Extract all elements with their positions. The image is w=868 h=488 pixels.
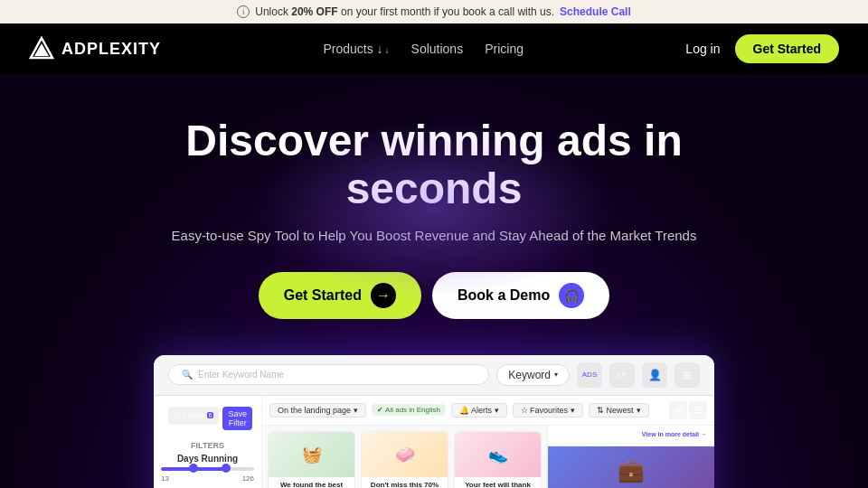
dashboard-preview: 🔍 Enter Keyword Name Keyword ▾ ADS LP 👤 … — [18, 355, 850, 488]
landing-page-select[interactable]: On the landing page ▾ — [269, 403, 366, 418]
nav-products[interactable]: Products ↓ — [323, 42, 389, 56]
info-icon: i — [237, 5, 250, 18]
get-started-nav-button[interactable]: Get Started — [735, 34, 839, 63]
newest-chevron-icon: ▾ — [637, 406, 641, 415]
filters-button[interactable]: ⊟ Filters 6 — [168, 407, 219, 425]
newest-sort-button[interactable]: ⇅ Newest ▾ — [589, 403, 649, 418]
db-search-bar: 🔍 Enter Keyword Name Keyword ▾ ADS LP 👤 … — [154, 355, 714, 396]
navbar: ADPLEXITY Products ↓ Solutions Pricing L… — [0, 23, 868, 74]
db-toolbar: On the landing page ▾ ✔ All ads in Engli… — [262, 396, 714, 426]
ad-cards-grid: 🧺 We found the best way to clean clothes… — [262, 426, 547, 488]
hero-get-started-button[interactable]: Get Started → — [259, 272, 421, 319]
db-search-input[interactable]: 🔍 Enter Keyword Name — [168, 364, 489, 385]
card-title: Don't miss this 70% SALE — [367, 481, 442, 488]
ad-card: 🧺 We found the best way to clean clothes… — [268, 431, 355, 488]
lp-view-button[interactable]: LP — [609, 362, 635, 388]
ad-details-panel: Ad Details View in more detail → 💼 Count… — [547, 426, 714, 488]
nav-solutions[interactable]: Solutions — [411, 42, 464, 56]
logo-icon — [29, 36, 54, 61]
bell-icon: 🔔 — [459, 406, 469, 415]
card-body: Your feet will thank you! 🇺🇦 🇩🇪 +3 Outbr… — [455, 477, 541, 488]
filter-icon: ⊟ — [174, 411, 181, 420]
get-started-label: Get Started — [284, 287, 362, 304]
star-icon: ☆ — [521, 406, 528, 415]
card-body: We found the best way to clean clothes! … — [269, 477, 354, 488]
favourites-button[interactable]: ☆ Favourites ▾ — [513, 403, 583, 418]
hero-subtitle: Easy-to-use Spy Tool to Help You Boost R… — [18, 228, 850, 243]
language-badge[interactable]: ✔ All ads in English — [372, 404, 446, 416]
grid-icon[interactable]: ⊞ — [675, 362, 700, 388]
days-running-label: Days Running — [161, 454, 254, 464]
db-main-content: On the landing page ▾ ✔ All ads in Engli… — [262, 396, 714, 488]
details-panel-header: Ad Details View in more detail → — [548, 426, 714, 446]
login-button[interactable]: Log in — [685, 42, 720, 56]
db-header-icons: ADS LP 👤 ⊞ — [577, 362, 700, 388]
fav-chevron-icon: ▾ — [571, 406, 575, 415]
details-thumbnail: 💼 — [548, 446, 714, 488]
schedule-call-link[interactable]: Schedule Call — [560, 5, 631, 18]
list-view-button[interactable]: ☰ — [689, 401, 707, 419]
filters-section-header: FILTERS — [161, 441, 254, 450]
hero-heading: Discover winning ads in seconds — [118, 117, 750, 213]
book-demo-button[interactable]: Book a Demo 🎧 — [432, 272, 609, 319]
search-placeholder: Enter Keyword Name — [198, 370, 284, 380]
slider-thumb-right[interactable] — [222, 464, 231, 473]
headphone-icon: 🎧 — [559, 283, 584, 308]
alerts-button[interactable]: 🔔 Alerts ▾ — [451, 403, 507, 418]
nav-links: Products ↓ Solutions Pricing — [323, 42, 524, 56]
ad-card: 👟 Your feet will thank you! 🇺🇦 🇩🇪 +3 Out… — [454, 431, 542, 488]
hero-buttons: Get Started → Book a Demo 🎧 — [18, 272, 850, 319]
card-title: We found the best way to clean clothes! — [274, 481, 349, 488]
cards-area: 🧺 We found the best way to clean clothes… — [262, 426, 714, 488]
card-title: Your feet will thank you! — [460, 481, 535, 488]
keyword-label: Keyword — [508, 369, 551, 381]
sort-icon: ⇅ — [597, 406, 604, 415]
announcement-bar: i Unlock 20% OFF on your first month if … — [0, 0, 868, 23]
chevron-down-icon: ▾ — [554, 371, 558, 379]
grid-view-button[interactable]: ⊞ — [669, 401, 687, 419]
view-toggle-buttons: ⊞ ☰ — [669, 401, 707, 419]
user-icon[interactable]: 👤 — [642, 362, 667, 388]
card-image: 🧼 — [362, 432, 448, 477]
card-image: 👟 — [455, 432, 541, 477]
db-sidebar: ⊟ Filters 6 Save Filter FILTERS Days Run… — [154, 396, 262, 488]
nav-pricing[interactable]: Pricing — [485, 42, 524, 56]
announcement-text: Unlock 20% OFF on your first month if yo… — [255, 5, 554, 18]
card-image: 🧺 — [269, 432, 354, 477]
slider-range-labels: 13 126 — [161, 474, 254, 483]
keyword-badge[interactable]: Keyword ▾ — [496, 364, 570, 386]
db-layout: ⊟ Filters 6 Save Filter FILTERS Days Run… — [154, 396, 714, 488]
view-detail-link[interactable]: View in more detail → — [642, 431, 707, 440]
book-demo-label: Book a Demo — [458, 287, 550, 304]
logo[interactable]: ADPLEXITY — [29, 36, 161, 61]
chevron-icon: ▾ — [354, 406, 358, 415]
slider-thumb-left[interactable] — [189, 464, 198, 473]
alerts-chevron-icon: ▾ — [495, 406, 499, 415]
ads-view-button[interactable]: ADS — [577, 362, 602, 388]
arrow-icon: → — [371, 283, 396, 308]
logo-text: ADPLEXITY — [61, 40, 161, 59]
nav-actions: Log in Get Started — [685, 34, 839, 63]
save-filter-button[interactable]: Save Filter — [222, 407, 252, 430]
dashboard-window: 🔍 Enter Keyword Name Keyword ▾ ADS LP 👤 … — [154, 355, 714, 488]
days-slider[interactable] — [161, 467, 254, 471]
card-body: Don't miss this 70% SALE P Propeller 📊 3… — [362, 477, 448, 488]
db-sidebar-logo: ⊟ Filters 6 Save Filter — [161, 403, 254, 434]
ad-card: 🧼 Don't miss this 70% SALE P Propeller 📊… — [361, 431, 448, 488]
hero-section: Discover winning ads in seconds Easy-to-… — [0, 74, 868, 488]
